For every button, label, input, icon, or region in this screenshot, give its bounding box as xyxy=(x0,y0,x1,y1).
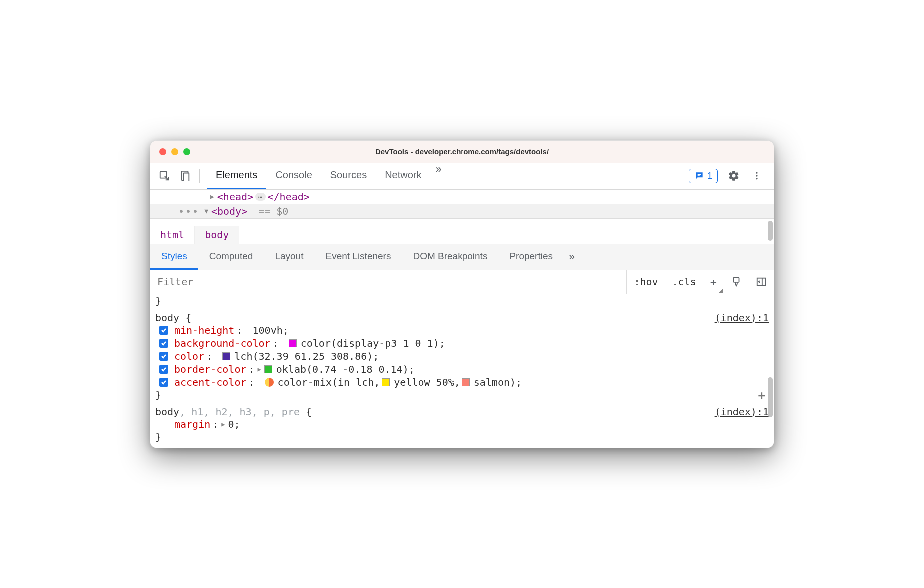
dom-tree[interactable]: ▶ <head> ⋯ </head> ••• ▼ <body> == $0 xyxy=(150,190,774,226)
property-name[interactable]: border-color xyxy=(174,363,247,375)
rule-close-brace: } xyxy=(155,431,769,443)
rule-close-brace: } xyxy=(155,389,769,401)
new-style-rule-button[interactable]: + xyxy=(703,270,724,294)
property-toggle-checkbox[interactable] xyxy=(159,352,168,361)
css-rule-margin-reset: body, h1, h2, h3, p, pre { (index):1 mar… xyxy=(155,406,769,443)
computed-sidebar-toggle-icon[interactable] xyxy=(749,270,774,294)
window-title: DevTools - developer.chrome.com/tags/dev… xyxy=(150,147,774,156)
tab-console[interactable]: Console xyxy=(266,163,321,189)
svg-point-5 xyxy=(756,172,757,174)
property-name[interactable]: accent-color xyxy=(174,376,247,388)
rule-selector[interactable]: body, h1, h2, h3, p, pre { xyxy=(155,406,312,418)
expand-shorthand-icon[interactable]: ▶ xyxy=(221,421,225,428)
decl-accent-color[interactable]: accent-color: color-mix(in lch, yellow 5… xyxy=(155,376,769,389)
separator xyxy=(199,169,200,183)
decl-margin[interactable]: margin: ▶ 0; xyxy=(155,418,769,431)
styles-pane: } body { (index):1 min-height: 100vh; ba… xyxy=(150,294,774,448)
inspect-element-icon[interactable] xyxy=(157,169,171,183)
dom-node-body-selected[interactable]: ••• ▼ <body> == $0 xyxy=(150,204,774,219)
toggle-hover-button[interactable]: :hov xyxy=(627,270,665,294)
expand-triangle-icon[interactable]: ▶ xyxy=(210,193,214,200)
head-close-tag: </head> xyxy=(268,191,310,203)
minimize-window-button[interactable] xyxy=(171,148,178,155)
subtab-layout[interactable]: Layout xyxy=(264,244,314,270)
main-tabs-overflow[interactable]: » xyxy=(431,163,447,189)
property-value-prefix[interactable]: color-mix(in lch, xyxy=(278,376,380,388)
css-rule-body: body { (index):1 min-height: 100vh; back… xyxy=(155,312,769,401)
color-swatch-icon[interactable] xyxy=(382,378,390,386)
mix-arg-a[interactable]: yellow 50%, xyxy=(394,376,460,388)
property-toggle-checkbox[interactable] xyxy=(159,365,168,374)
main-tabs: Elements Console Sources Network » xyxy=(207,163,447,189)
main-toolbar: Elements Console Sources Network » 1 xyxy=(150,163,774,190)
issues-count: 1 xyxy=(707,171,712,181)
tab-sources[interactable]: Sources xyxy=(321,163,376,189)
svg-rect-3 xyxy=(698,174,701,175)
rule-selector[interactable]: body { xyxy=(155,312,191,324)
rule-source-link[interactable]: (index):1 xyxy=(715,312,769,324)
decl-border-color[interactable]: border-color: ▶ oklab(0.74 -0.18 0.14); xyxy=(155,363,769,376)
color-swatch-icon[interactable] xyxy=(264,365,272,373)
property-value[interactable]: 100vh; xyxy=(253,324,289,336)
tab-elements[interactable]: Elements xyxy=(207,163,266,189)
prev-rule-close-brace: } xyxy=(155,295,769,307)
issues-counter[interactable]: 1 xyxy=(689,169,718,183)
expand-shorthand-icon[interactable]: ▶ xyxy=(258,366,261,373)
svg-point-6 xyxy=(756,175,757,176)
close-window-button[interactable] xyxy=(159,148,166,155)
color-swatch-icon[interactable] xyxy=(289,339,297,347)
paint-flashing-icon[interactable] xyxy=(724,270,749,294)
traffic-lights xyxy=(150,148,190,155)
property-name[interactable]: background-color xyxy=(174,337,271,349)
property-value[interactable]: lch(32.39 61.25 308.86); xyxy=(234,350,379,362)
property-value[interactable]: oklab(0.74 -0.18 0.14); xyxy=(276,363,415,375)
subtabs-overflow[interactable]: » xyxy=(564,250,580,263)
color-swatch-icon[interactable] xyxy=(222,352,230,360)
add-declaration-button[interactable]: + xyxy=(758,388,766,403)
property-toggle-checkbox[interactable] xyxy=(159,326,168,335)
collapsed-content-icon[interactable]: ⋯ xyxy=(255,193,265,201)
styles-toolbar: :hov .cls + xyxy=(150,270,774,294)
issues-icon xyxy=(694,171,704,181)
property-name[interactable]: margin xyxy=(174,418,210,430)
tab-network[interactable]: Network xyxy=(376,163,430,189)
crumb-html[interactable]: html xyxy=(150,226,195,244)
decl-color[interactable]: color: lch(32.39 61.25 308.86); xyxy=(155,350,769,363)
dom-scrollbar-thumb[interactable] xyxy=(768,221,773,241)
toggle-class-button[interactable]: .cls xyxy=(665,270,703,294)
settings-icon[interactable] xyxy=(727,169,741,183)
maximize-window-button[interactable] xyxy=(183,148,190,155)
device-toolbar-icon[interactable] xyxy=(178,169,192,183)
property-toggle-checkbox[interactable] xyxy=(159,339,168,348)
property-value[interactable]: 0; xyxy=(228,418,240,430)
subtab-styles[interactable]: Styles xyxy=(150,244,198,270)
property-name[interactable]: min-height xyxy=(174,324,234,336)
decl-background-color[interactable]: background-color: color(display-p3 1 0 1… xyxy=(155,337,769,350)
mix-arg-b[interactable]: salmon); xyxy=(474,376,522,388)
subtab-event-listeners[interactable]: Event Listeners xyxy=(314,244,402,270)
property-value[interactable]: color(display-p3 1 0 1); xyxy=(301,337,445,349)
subtab-properties[interactable]: Properties xyxy=(498,244,564,270)
dom-node-head[interactable]: ▶ <head> ⋯ </head> xyxy=(150,190,774,204)
color-swatch-icon[interactable] xyxy=(462,378,470,386)
svg-rect-8 xyxy=(734,278,739,282)
collapse-triangle-icon[interactable]: ▼ xyxy=(204,207,208,215)
svg-point-7 xyxy=(756,178,757,179)
property-toggle-checkbox[interactable] xyxy=(159,378,168,387)
head-open-tag: <head> xyxy=(217,191,253,203)
styles-filter-input[interactable] xyxy=(150,270,627,294)
rule-source-link[interactable]: (index):1 xyxy=(715,406,769,418)
subtab-computed[interactable]: Computed xyxy=(198,244,264,270)
subtab-dom-breakpoints[interactable]: DOM Breakpoints xyxy=(402,244,498,270)
property-name[interactable]: color xyxy=(174,350,204,362)
styles-scrollbar-thumb[interactable] xyxy=(768,377,773,417)
decl-min-height[interactable]: min-height: 100vh; xyxy=(155,324,769,337)
row-actions-dots[interactable]: ••• xyxy=(178,205,199,217)
svg-rect-2 xyxy=(183,173,189,182)
svg-rect-4 xyxy=(698,175,700,176)
crumb-body[interactable]: body xyxy=(195,226,239,244)
console-reference: == $0 xyxy=(258,205,288,217)
more-menu-icon[interactable] xyxy=(750,169,764,183)
sidebar-tabs: Styles Computed Layout Event Listeners D… xyxy=(150,244,774,270)
color-mix-swatch-icon[interactable] xyxy=(265,378,274,387)
